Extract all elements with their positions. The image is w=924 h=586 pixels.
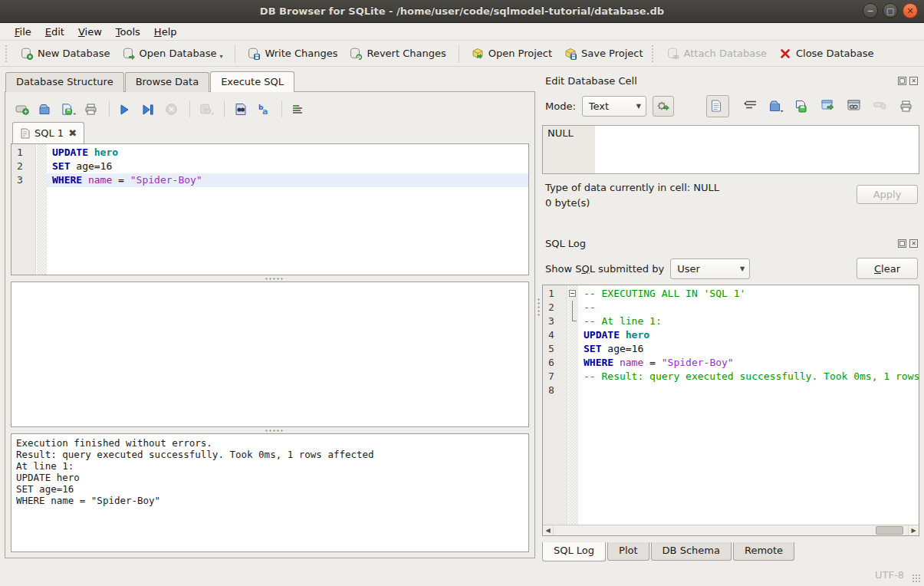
results-messages-splitter[interactable] [11,427,529,433]
cell-text-area[interactable] [595,126,919,173]
write-changes-button[interactable]: Write Changes [242,44,344,63]
log-code-area: 1-- EXECUTING ALL IN 'SQL 1'2--3-- At li… [543,287,919,525]
cell-info: Type of data currently in cell: NULL 0 b… [542,180,919,223]
print-cell-icon[interactable] [899,100,913,112]
tab-db-schema[interactable]: DB Schema [651,542,732,561]
auto-apply-button[interactable] [653,96,674,117]
revert-changes-icon [350,48,362,60]
import-cell-data-icon[interactable] [769,100,783,112]
menu-view[interactable]: View [71,25,109,39]
menu-tools[interactable]: Tools [109,25,147,39]
code-line: 5SET age=16 [543,342,919,356]
submitted-by-select[interactable]: User ▼ [670,258,750,279]
code-line: 2-- [543,301,919,314]
edit-cell-float-icon[interactable] [898,77,906,85]
tab-execute-sql[interactable]: Execute SQL [210,71,294,92]
log-horizontal-scrollbar[interactable]: ◀ ▶ [543,525,919,535]
maximize-button[interactable]: ▢ [883,3,898,18]
sql-editor[interactable]: 1UPDATE hero2SET age=163WHERE name = "Sp… [11,143,529,275]
export-results-icon [199,102,215,116]
save-sql-file-icon[interactable] [61,102,77,116]
open-database-button[interactable]: Open Database ▾ [117,44,229,63]
execute-current-line-icon[interactable] [142,102,157,116]
attach-database-icon [667,48,679,60]
editor-code-area[interactable]: 1UPDATE hero2SET age=163WHERE name = "Sp… [12,146,528,275]
new-sql-tab-icon[interactable] [15,102,31,116]
code-line: 1UPDATE hero [12,146,528,160]
main-toolbar: New Database Open Database ▾ Write Chang… [0,41,924,67]
open-project-button[interactable]: Open Project [465,44,558,63]
open-database-dropdown-icon[interactable]: ▾ [219,53,222,60]
save-project-button[interactable]: Save Project [558,44,649,63]
results-grid[interactable] [11,281,529,427]
execute-all-icon[interactable] [119,102,134,116]
code-line: 4UPDATE hero [543,328,919,342]
format-sql-icon[interactable]: ba [257,102,272,116]
write-changes-icon [248,48,260,60]
open-sql-file-icon[interactable] [38,102,54,116]
write-changes-label: Write Changes [265,48,337,59]
scrollbar-thumb[interactable] [876,526,903,535]
fold-marker-icon[interactable] [569,290,576,297]
open-database-icon [123,48,135,60]
copy-link-icon[interactable] [847,100,861,112]
sql-toolbar-separator [189,100,190,117]
tab-plot[interactable]: Plot [607,542,649,561]
editor-results-splitter[interactable] [11,275,529,281]
new-database-label: New Database [38,48,110,59]
sql-log-view[interactable]: 1-- EXECUTING ALL IN 'SQL 1'2--3-- At li… [542,285,919,536]
scrollbar-track[interactable] [554,525,908,535]
toolbar-drag-handle[interactable] [5,45,11,62]
edit-cell-toolbar: Mode: Text ▼ [542,94,919,117]
sql-tab-sql1[interactable]: SQL 1 ✖ [12,122,84,143]
sql-toolbar: ba [11,97,529,121]
close-database-icon [779,48,791,60]
chevron-down-icon: ▼ [740,265,745,272]
menu-help[interactable]: Help [147,25,184,39]
sql-file-icon [20,128,30,139]
mode-label: Mode: [545,100,576,112]
export-cell-data-icon[interactable] [795,100,809,112]
execution-messages[interactable]: Execution finished without errors. Resul… [11,433,529,552]
menu-edit[interactable]: Edit [38,25,71,39]
cell-value: NULL [547,127,574,139]
scroll-right-icon[interactable]: ▶ [908,525,919,535]
tab-browse-data[interactable]: Browse Data [125,72,210,92]
sql-log-close-icon[interactable]: ✕ [909,239,918,248]
close-button[interactable]: ✕ [903,3,918,18]
word-wrap-icon[interactable] [743,100,757,112]
open-in-external-icon[interactable] [821,100,835,112]
code-line: 3-- At line 1: [543,314,919,328]
revert-changes-button[interactable]: Revert Changes [344,44,452,63]
menu-file[interactable]: File [8,25,38,39]
bottom-tab-bar: SQL Log Plot DB Schema Remote [542,542,919,561]
titlebar[interactable]: DB Browser for SQLite - /home/user/code/… [0,0,924,23]
clear-log-button[interactable]: Clear [857,258,918,279]
cell-value-editor[interactable]: NULL [542,125,919,174]
code-line: 2SET age=16 [12,160,528,173]
tab-database-structure[interactable]: Database Structure [5,72,124,92]
toggle-results-icon[interactable] [291,102,307,116]
sql-tab-close-icon[interactable]: ✖ [68,127,77,139]
edit-cell-close-icon[interactable]: ✕ [909,77,918,85]
main-tab-bar: Database Structure Browse Data Execute S… [5,71,535,92]
mode-select[interactable]: Text ▼ [582,96,646,117]
code-line: 3WHERE name = "Spider-Boy" [12,173,528,187]
toolbar-drag-handle[interactable] [652,45,657,62]
sql-log-float-icon[interactable] [898,239,906,248]
print-sql-icon[interactable] [84,102,100,116]
code-line: 1-- EXECUTING ALL IN 'SQL 1' [543,287,919,301]
scroll-left-icon[interactable]: ◀ [543,525,554,535]
resize-grip-icon[interactable] [912,574,922,584]
main-vertical-splitter[interactable] [535,71,542,563]
minimize-button[interactable]: − [863,3,878,18]
tab-remote[interactable]: Remote [733,542,794,561]
sql-toolbar-separator [109,100,110,117]
tab-sql-log[interactable]: SQL Log [542,542,606,561]
apply-button: Apply [857,185,918,204]
text-mode-indicator[interactable] [706,95,729,117]
close-database-button[interactable]: Close Database [773,44,880,63]
find-text-icon[interactable] [234,102,249,116]
new-database-button[interactable]: New Database [15,44,117,63]
edit-cell-dock-header: Edit Database Cell ✕ [542,73,919,88]
